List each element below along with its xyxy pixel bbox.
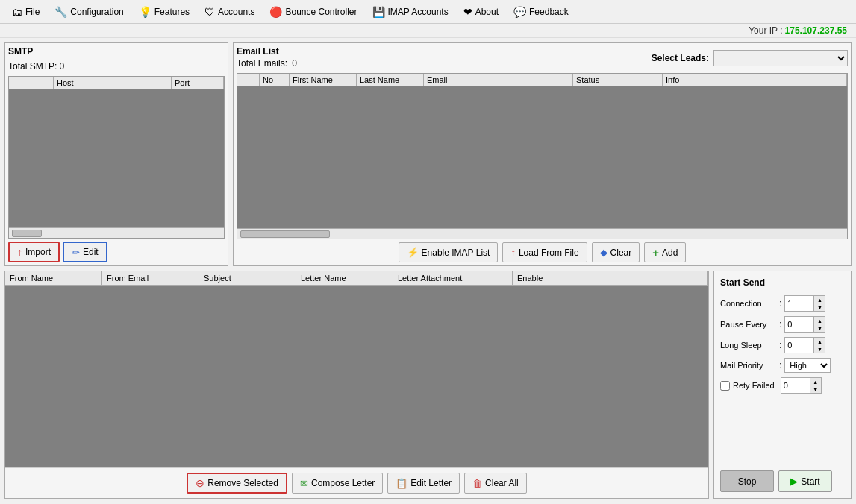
- start-send-panel: Start Send Connection : ▲ ▼ Pause Every …: [713, 271, 852, 499]
- edit-letter-button[interactable]: 📋 Edit Letter: [387, 473, 460, 494]
- letter-panel: From Name From Email Subject Letter Name…: [4, 271, 709, 499]
- long-sleep-row: Long Sleep : ▲ ▼: [720, 337, 845, 353]
- compose-icon: ✉: [300, 478, 308, 489]
- ip-bar: Your IP : 175.107.237.55: [0, 24, 856, 38]
- about-icon: ❤: [463, 6, 472, 18]
- smtp-table-header: Host Port: [9, 77, 224, 89]
- email-scrollbar-thumb[interactable]: [240, 230, 330, 238]
- email-panel: Email List Total Emails: 0 Select Leads:: [233, 42, 852, 266]
- connection-up[interactable]: ▲: [814, 296, 825, 303]
- pause-every-up[interactable]: ▲: [814, 317, 825, 324]
- retry-spinbox[interactable]: ▲ ▼: [781, 377, 822, 394]
- letter-footer: ⊖ Remove Selected ✉ Compose Letter 📋 Edi…: [5, 467, 708, 498]
- menu-accounts[interactable]: 🛡 Accounts: [199, 4, 260, 20]
- mail-priority-row: Mail Priority : High Normal Low: [720, 358, 845, 373]
- top-row: SMTP Total SMTP: 0 Host Port ↑ Im: [4, 42, 852, 266]
- compose-letter-button[interactable]: ✉ Compose Letter: [292, 473, 383, 494]
- remove-icon: ⊖: [196, 477, 204, 489]
- main-content: SMTP Total SMTP: 0 Host Port ↑ Im: [0, 38, 856, 503]
- add-button[interactable]: + Add: [644, 242, 686, 262]
- menu-imap-accounts[interactable]: 💾 IMAP Accounts: [366, 4, 454, 20]
- smtp-scrollbar-thumb[interactable]: [12, 230, 42, 237]
- smtp-buttons: ↑ Import ✏ Edit: [8, 242, 225, 262]
- email-col-firstname: First Name: [290, 74, 357, 86]
- clear-all-button[interactable]: 🗑 Clear All: [464, 473, 527, 494]
- smtp-table: Host Port: [8, 76, 225, 239]
- letter-col-subject: Subject: [199, 271, 296, 285]
- menu-about[interactable]: ❤ About: [457, 4, 504, 20]
- file-icon: 🗂: [12, 6, 22, 18]
- retry-failed-checkbox[interactable]: [720, 381, 730, 391]
- menu-file[interactable]: 🗂 File: [6, 4, 46, 20]
- email-panel-header: Email List Total Emails: 0 Select Leads:: [237, 46, 848, 70]
- edit-smtp-icon: ✏: [72, 247, 80, 258]
- retry-down[interactable]: ▼: [810, 385, 821, 393]
- features-icon: 💡: [139, 6, 151, 18]
- clear-all-icon: 🗑: [472, 478, 482, 489]
- load-from-file-button[interactable]: ↑ Load From File: [502, 242, 587, 262]
- long-sleep-spinbox[interactable]: ▲ ▼: [784, 337, 825, 353]
- smtp-table-body: [9, 89, 224, 227]
- start-send-title: Start Send: [720, 277, 845, 288]
- start-icon: ▶: [790, 476, 798, 487]
- long-sleep-label: Long Sleep: [720, 341, 776, 350]
- select-leads-label: Select Leads:: [652, 53, 709, 63]
- letter-col-attachment: Letter Attachment: [393, 271, 513, 285]
- menu-accounts-label: Accounts: [218, 7, 254, 17]
- email-actions: ⚡ Enable IMAP List ↑ Load From File ◆ Cl…: [237, 242, 848, 262]
- retry-up[interactable]: ▲: [810, 378, 821, 385]
- import-icon: ↑: [17, 246, 22, 258]
- imap-icon: 💾: [372, 6, 385, 18]
- menu-configuration[interactable]: 🔧 Configuration: [49, 4, 129, 20]
- connection-label: Connection: [720, 299, 776, 308]
- mail-priority-label: Mail Priority: [720, 361, 776, 370]
- stop-button[interactable]: Stop: [720, 470, 774, 492]
- connection-down[interactable]: ▼: [814, 303, 825, 311]
- enable-imap-button[interactable]: ⚡ Enable IMAP List: [399, 242, 499, 262]
- clear-button[interactable]: ◆ Clear: [592, 242, 640, 262]
- email-scrollbar-h[interactable]: [237, 228, 847, 239]
- ip-label: Your IP :: [749, 25, 782, 36]
- long-sleep-input[interactable]: [785, 340, 813, 350]
- email-col-email: Email: [424, 74, 573, 86]
- edit-letter-icon: 📋: [396, 478, 407, 489]
- email-col-status: Status: [573, 74, 663, 86]
- start-button[interactable]: ▶ Start: [778, 470, 832, 492]
- long-sleep-down[interactable]: ▼: [814, 345, 825, 353]
- letter-col-letter-name: Letter Name: [296, 271, 393, 285]
- email-table: No First Name Last Name Email Status Inf…: [237, 73, 848, 239]
- long-sleep-up[interactable]: ▲: [814, 338, 825, 345]
- retry-input[interactable]: [781, 380, 810, 391]
- smtp-scrollbar-h[interactable]: [9, 227, 224, 238]
- pause-every-input[interactable]: [785, 319, 813, 330]
- bottom-row: From Name From Email Subject Letter Name…: [4, 271, 852, 499]
- connection-spinbox[interactable]: ▲ ▼: [784, 295, 825, 312]
- add-icon: +: [652, 246, 659, 259]
- menu-feedback[interactable]: 💬 Feedback: [507, 4, 575, 20]
- menu-configuration-label: Configuration: [70, 7, 123, 17]
- menu-imap-label: IMAP Accounts: [388, 7, 449, 17]
- menu-features[interactable]: 💡 Features: [133, 4, 196, 20]
- email-list-title: Email List: [237, 46, 297, 57]
- imap-list-icon: ⚡: [407, 247, 419, 258]
- pause-every-spinbox[interactable]: ▲ ▼: [784, 316, 825, 333]
- ip-value: 175.107.237.55: [785, 25, 847, 36]
- select-leads-container: Select Leads:: [652, 50, 848, 66]
- smtp-panel: SMTP Total SMTP: 0 Host Port ↑ Im: [4, 42, 228, 266]
- connection-input[interactable]: [785, 298, 813, 309]
- leads-select[interactable]: [713, 50, 848, 66]
- config-icon: 🔧: [54, 6, 67, 18]
- email-table-body: [237, 86, 847, 228]
- pause-every-label: Pause Every: [720, 320, 776, 329]
- email-col-lastname: Last Name: [357, 74, 424, 86]
- edit-smtp-button[interactable]: ✏ Edit: [63, 242, 107, 262]
- bounce-icon: 🔴: [269, 6, 282, 18]
- menu-bounce-controller[interactable]: 🔴 Bounce Controller: [263, 4, 363, 20]
- letter-col-from-name: From Name: [5, 271, 102, 285]
- email-col-no: No: [260, 74, 290, 86]
- mail-priority-select[interactable]: High Normal Low: [784, 358, 831, 373]
- import-button[interactable]: ↑ Import: [8, 242, 60, 262]
- remove-selected-button[interactable]: ⊖ Remove Selected: [187, 473, 287, 494]
- pause-every-down[interactable]: ▼: [814, 324, 825, 332]
- email-table-header: No First Name Last Name Email Status Inf…: [237, 74, 847, 86]
